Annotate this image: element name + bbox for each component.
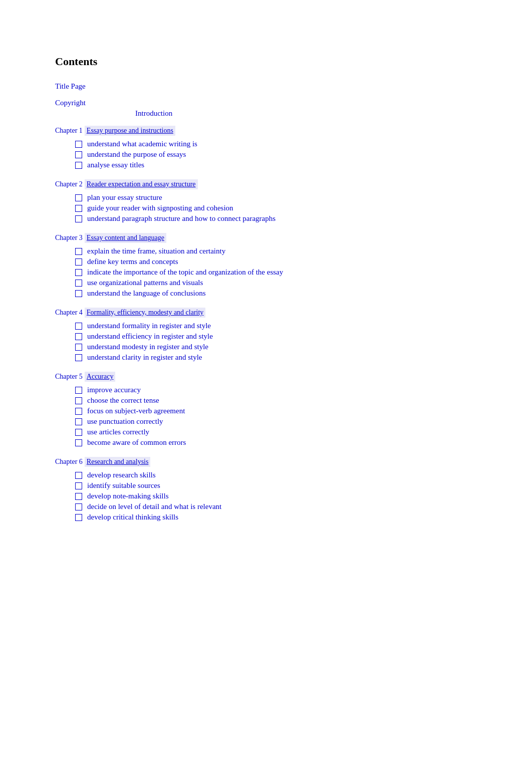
list-item: understand the purpose of essays: [75, 150, 532, 159]
list-item: understand the language of conclusions: [75, 289, 532, 298]
chapter-1-item-1[interactable]: understand what academic writing is: [87, 140, 197, 148]
chapter-title-6[interactable]: Research and analysis: [85, 457, 151, 467]
chapter-5-item-1[interactable]: improve accuracy: [87, 386, 141, 394]
chapter-2-item-1[interactable]: plan your essay structure: [87, 193, 162, 202]
chapter-6-item-3[interactable]: develop note-making skills: [87, 492, 168, 500]
item-bullet-icon: [75, 205, 82, 212]
chapter-label-2: Chapter 2: [55, 180, 83, 188]
contents-heading: Contents: [55, 55, 532, 68]
chapter-label-1: Chapter 1: [55, 127, 83, 135]
chapter-header-4: Chapter 4Formality, efficiency, modesty …: [55, 308, 532, 318]
chapter-header-3: Chapter 3Essay content and language: [55, 233, 532, 243]
list-item: develop note-making skills: [75, 492, 532, 500]
chapter-block-5: Chapter 5Accuracyimprove accuracychoose …: [55, 372, 532, 447]
chapter-items-1: understand what academic writing isunder…: [55, 140, 532, 169]
introduction-link[interactable]: Introduction: [135, 109, 172, 118]
chapter-5-item-4[interactable]: use punctuation correctly: [87, 417, 163, 426]
chapter-5-item-6[interactable]: become aware of common errors: [87, 438, 186, 447]
item-bullet-icon: [75, 387, 82, 394]
list-item: decide on level of detail and what is re…: [75, 502, 532, 511]
chapter-title-4[interactable]: Formality, efficiency, modesty and clari…: [85, 308, 206, 318]
list-item: improve accuracy: [75, 386, 532, 394]
chapter-3-item-2[interactable]: define key terms and concepts: [87, 257, 178, 266]
chapter-items-2: plan your essay structureguide your read…: [55, 193, 532, 223]
list-item: use organizational patterns and visuals: [75, 279, 532, 287]
item-bullet-icon: [75, 429, 82, 436]
item-bullet-icon: [75, 215, 82, 222]
chapter-title-1[interactable]: Essay purpose and instructions: [85, 126, 175, 136]
item-bullet-icon: [75, 248, 82, 255]
chapter-label-5: Chapter 5: [55, 373, 83, 381]
chapter-4-item-1[interactable]: understand formality in register and sty…: [87, 322, 211, 330]
copyright-link[interactable]: Copyright: [55, 99, 532, 107]
chapter-header-5: Chapter 5Accuracy: [55, 372, 532, 382]
list-item: define key terms and concepts: [75, 257, 532, 266]
list-item: understand efficiency in register and st…: [75, 332, 532, 341]
list-item: analyse essay titles: [75, 161, 532, 169]
title-page-link[interactable]: Title Page: [55, 82, 532, 91]
item-bullet-icon: [75, 290, 82, 297]
item-bullet-icon: [75, 354, 82, 361]
chapter-block-1: Chapter 1Essay purpose and instructionsu…: [55, 126, 532, 169]
chapter-3-item-3[interactable]: indicate the importance of the topic and…: [87, 268, 283, 277]
list-item: identify suitable sources: [75, 481, 532, 490]
item-bullet-icon: [75, 514, 82, 521]
chapter-3-item-1[interactable]: explain the time frame, situation and ce…: [87, 247, 225, 255]
item-bullet-icon: [75, 503, 82, 510]
chapter-4-item-3[interactable]: understand modesty in register and style: [87, 343, 208, 351]
item-bullet-icon: [75, 493, 82, 500]
chapter-title-2[interactable]: Reader expectation and essay structure: [85, 179, 198, 189]
list-item: understand formality in register and sty…: [75, 322, 532, 330]
list-item: use punctuation correctly: [75, 417, 532, 426]
chapter-items-3: explain the time frame, situation and ce…: [55, 247, 532, 298]
chapter-items-4: understand formality in register and sty…: [55, 322, 532, 362]
item-bullet-icon: [75, 344, 82, 351]
chapter-title-5[interactable]: Accuracy: [85, 372, 116, 382]
list-item: explain the time frame, situation and ce…: [75, 247, 532, 255]
introduction-row: Introduction: [55, 109, 532, 118]
item-bullet-icon: [75, 472, 82, 479]
item-bullet-icon: [75, 323, 82, 330]
page-container: Contents Title Page Copyright Introducti…: [0, 0, 532, 522]
chapter-1-item-2[interactable]: understand the purpose of essays: [87, 150, 186, 159]
item-bullet-icon: [75, 258, 82, 266]
item-bullet-icon: [75, 397, 82, 404]
item-bullet-icon: [75, 333, 82, 340]
chapter-label-4: Chapter 4: [55, 309, 83, 317]
chapter-items-5: improve accuracychoose the correct tense…: [55, 386, 532, 447]
chapter-header-1: Chapter 1Essay purpose and instructions: [55, 126, 532, 136]
item-bullet-icon: [75, 162, 82, 169]
chapter-block-6: Chapter 6Research and analysisdevelop re…: [55, 457, 532, 522]
chapter-6-item-5[interactable]: develop critical thinking skills: [87, 513, 178, 522]
chapter-5-item-5[interactable]: use articles correctly: [87, 428, 149, 436]
item-bullet-icon: [75, 194, 82, 201]
chapter-title-3[interactable]: Essay content and language: [85, 233, 166, 243]
chapter-6-item-4[interactable]: decide on level of detail and what is re…: [87, 502, 221, 511]
chapter-4-item-4[interactable]: understand clarity in register and style: [87, 353, 202, 362]
list-item: guide your reader with signposting and c…: [75, 204, 532, 212]
chapter-items-6: develop research skillsidentify suitable…: [55, 471, 532, 522]
list-item: develop research skills: [75, 471, 532, 479]
item-bullet-icon: [75, 418, 82, 425]
chapter-header-6: Chapter 6Research and analysis: [55, 457, 532, 467]
chapter-block-4: Chapter 4Formality, efficiency, modesty …: [55, 308, 532, 362]
chapter-5-item-3[interactable]: focus on subject-verb agreement: [87, 407, 185, 415]
chapter-5-item-2[interactable]: choose the correct tense: [87, 396, 159, 405]
chapter-label-3: Chapter 3: [55, 234, 83, 242]
chapter-1-item-3[interactable]: analyse essay titles: [87, 161, 144, 169]
chapters-container: Chapter 1Essay purpose and instructionsu…: [55, 126, 532, 522]
chapter-block-2: Chapter 2Reader expectation and essay st…: [55, 179, 532, 223]
list-item: indicate the importance of the topic and…: [75, 268, 532, 277]
list-item: develop critical thinking skills: [75, 513, 532, 522]
list-item: choose the correct tense: [75, 396, 532, 405]
item-bullet-icon: [75, 280, 82, 287]
chapter-header-2: Chapter 2Reader expectation and essay st…: [55, 179, 532, 189]
chapter-6-item-1[interactable]: develop research skills: [87, 471, 156, 479]
chapter-3-item-4[interactable]: use organizational patterns and visuals: [87, 279, 203, 287]
chapter-4-item-2[interactable]: understand efficiency in register and st…: [87, 332, 213, 341]
chapter-2-item-2[interactable]: guide your reader with signposting and c…: [87, 204, 233, 212]
chapter-6-item-2[interactable]: identify suitable sources: [87, 481, 160, 490]
list-item: focus on subject-verb agreement: [75, 407, 532, 415]
chapter-3-item-5[interactable]: understand the language of conclusions: [87, 289, 206, 298]
chapter-2-item-3[interactable]: understand paragraph structure and how t…: [87, 214, 276, 223]
